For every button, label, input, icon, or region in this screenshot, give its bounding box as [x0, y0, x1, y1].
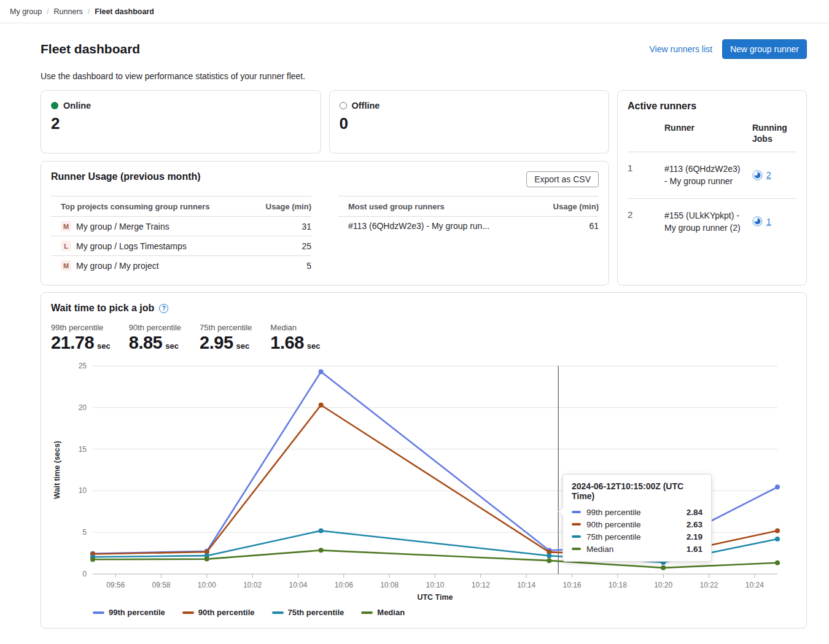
project-avatar: M: [61, 221, 71, 231]
data-point: [319, 548, 324, 553]
breadcrumb-link-runners[interactable]: Runners: [54, 7, 83, 16]
online-runners-card: Online 2: [41, 90, 321, 153]
running-status-icon: [752, 216, 763, 227]
table-row: 1 #113 (6QHdzW2e3) - My group runner 2: [628, 152, 796, 198]
running-jobs-count-link[interactable]: 2: [766, 170, 771, 180]
x-tick-label: 09:58: [152, 581, 170, 589]
data-point: [547, 558, 551, 563]
stat-value: 21.78: [51, 333, 94, 353]
x-tick-label: 10:16: [562, 581, 581, 589]
wait-time-title: Wait time to pick a job: [51, 303, 154, 314]
x-tick-label: 10:12: [472, 581, 490, 589]
top-projects-name-header: Top projects consuming group runners: [61, 202, 209, 211]
project-usage: 25: [302, 241, 311, 251]
running-jobs-count-link[interactable]: 1: [766, 217, 771, 227]
page-header: Fleet dashboard View runners list New gr…: [41, 39, 807, 59]
most-used-name-header: Most used group runners: [348, 202, 445, 211]
stat-value: 1.68: [270, 333, 303, 353]
most-used-usage-header: Usage (min): [553, 202, 599, 211]
stat-unit: sec: [97, 341, 111, 351]
chart-tooltip: 2024-06-12T10:15:00Z (UTC Time) 99th per…: [562, 474, 712, 562]
view-runners-list-link[interactable]: View runners list: [649, 44, 712, 54]
x-tick-label: 10:18: [609, 581, 627, 589]
main-content: Fleet dashboard View runners list New gr…: [0, 23, 829, 629]
tooltip-row: 90th percentile 2.63: [572, 518, 703, 530]
online-status-icon: [51, 102, 58, 109]
table-row: 2 #155 (ULkKYpkpt) - My group runner (2)…: [628, 198, 796, 245]
project-avatar: M: [61, 260, 71, 271]
data-point: [204, 557, 209, 562]
x-tick-label: 09:56: [106, 581, 125, 589]
x-tick-label: 10:10: [426, 581, 444, 589]
stat-unit: sec: [236, 341, 250, 351]
page-title: Fleet dashboard: [41, 42, 140, 56]
legend-swatch: [361, 611, 373, 614]
stat-90th-percentile: 90th percentile 8.85sec: [129, 323, 181, 353]
data-point: [775, 528, 780, 533]
stat-99th-percentile: 99th percentile 21.78sec: [51, 323, 111, 353]
stat-value: 8.85: [129, 333, 162, 353]
running-jobs-cell: 1: [752, 216, 796, 227]
stat-75th-percentile: 75th percentile 2.95sec: [200, 323, 252, 353]
new-group-runner-button[interactable]: New group runner: [722, 39, 807, 59]
wait-time-stats: 99th percentile 21.78sec 90th percentile…: [51, 323, 796, 353]
most-used-runners-table: Most used group runners Usage (min) #113…: [338, 196, 599, 275]
x-tick-label: 10:00: [198, 581, 216, 589]
stat-unit: sec: [165, 341, 179, 351]
data-point: [90, 557, 95, 562]
tooltip-row: 99th percentile 2.84: [572, 506, 703, 518]
x-tick-label: 10:02: [243, 581, 262, 589]
x-tick-label: 10:24: [745, 581, 764, 589]
data-point: [661, 565, 666, 570]
data-point: [775, 537, 780, 541]
top-projects-table: Top projects consuming group runners Usa…: [51, 196, 311, 275]
offline-count: 0: [340, 115, 599, 131]
header-actions: View runners list New group runner: [649, 39, 807, 59]
data-point: [775, 561, 780, 565]
runner-name: #155 (ULkKYpkpt) - My group runner (2): [664, 209, 742, 235]
active-runners-card: Active runners Runner Running Jobs 1 #11…: [617, 90, 807, 285]
table-row: #113 (6QHdzW2e3) - My group run... 61: [338, 217, 599, 235]
offline-label: Offline: [352, 101, 380, 111]
runner-usage-card: Runner Usage (previous month) Export as …: [41, 161, 609, 285]
x-axis-title: UTC Time: [417, 593, 453, 602]
legend-swatch: [272, 611, 284, 614]
runner-column-header: Runner: [664, 123, 742, 144]
runner-name: #113 (6QHdzW2e3) - My group run...: [348, 221, 489, 231]
legend-item-99th-percentile[interactable]: 99th percentile: [93, 608, 165, 617]
project-usage: 31: [302, 222, 311, 231]
legend-item-median[interactable]: Median: [361, 608, 405, 617]
active-runners-title: Active runners: [628, 101, 796, 112]
top-projects-usage-header: Usage (min): [266, 202, 311, 211]
export-csv-button[interactable]: Export as CSV: [526, 171, 599, 187]
project-name: My group / Logs Timestamps: [76, 241, 187, 251]
y-axis-title: Wait time (secs): [53, 441, 61, 499]
offline-status-icon: [340, 102, 347, 109]
series-swatch: [572, 511, 581, 513]
y-tick-label: 15: [79, 445, 87, 454]
active-runners-table: Runner Running Jobs 1 #113 (6QHdzW2e3) -…: [628, 114, 796, 244]
project-name: My group / Merge Trains: [76, 222, 169, 231]
runner-usage-value: 61: [589, 221, 599, 231]
table-row: L My group / Logs Timestamps 25: [51, 236, 311, 256]
breadcrumb-current: Fleet dashboard: [95, 7, 154, 16]
data-point: [319, 528, 324, 533]
project-avatar: L: [61, 241, 71, 251]
tooltip-row: Median 1.61: [572, 543, 703, 555]
legend-item-90th-percentile[interactable]: 90th percentile: [182, 608, 255, 617]
chart-legend: 99th percentile 90th percentile 75th per…: [93, 608, 796, 617]
usage-tables: Top projects consuming group runners Usa…: [51, 196, 599, 275]
running-jobs-column-header: Running Jobs: [752, 123, 796, 144]
legend-swatch: [182, 611, 194, 614]
data-point: [775, 484, 780, 489]
table-row: M My group / Merge Trains 31: [51, 217, 311, 236]
runner-name: #113 (6QHdzW2e3) - My group runner: [664, 163, 742, 188]
offline-runners-card: Offline 0: [329, 90, 610, 153]
stat-value: 2.95: [200, 333, 233, 353]
x-tick-label: 10:08: [380, 581, 399, 589]
running-jobs-cell: 2: [752, 170, 796, 180]
help-icon[interactable]: ?: [159, 304, 168, 313]
breadcrumb-link-my-group[interactable]: My group: [10, 7, 42, 16]
legend-item-75th-percentile[interactable]: 75th percentile: [272, 608, 344, 617]
table-row: M My group / My project 5: [51, 256, 311, 275]
